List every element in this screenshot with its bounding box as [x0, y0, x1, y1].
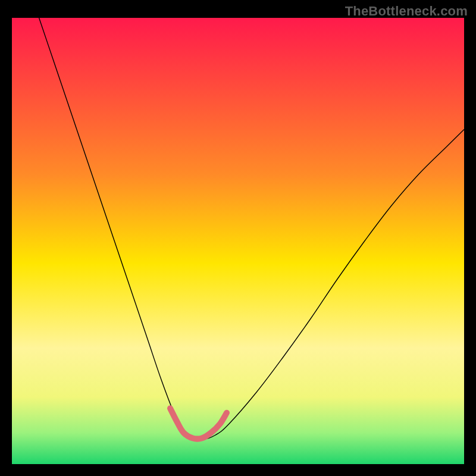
chart-background-gradient — [12, 18, 464, 464]
chart-root: TheBottleneck.com — [0, 0, 476, 476]
watermark-text: TheBottleneck.com — [345, 4, 468, 19]
chart-svg — [12, 18, 464, 464]
plot-area — [12, 18, 464, 464]
